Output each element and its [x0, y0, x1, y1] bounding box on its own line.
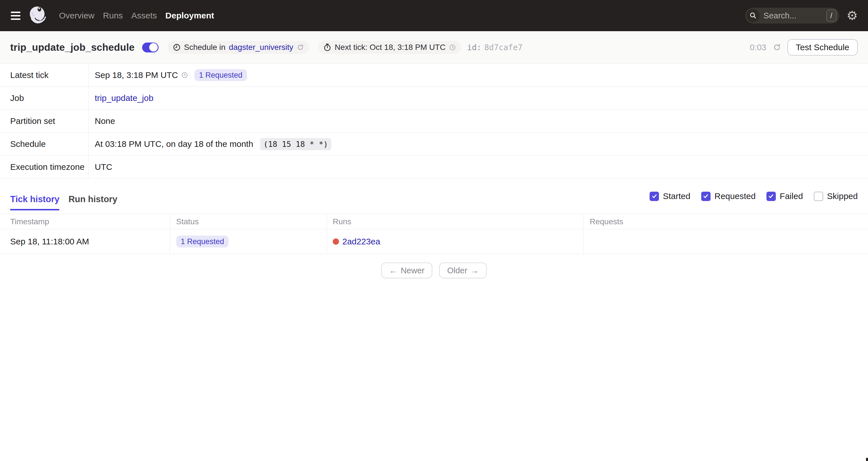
filter-skipped[interactable]: Skipped	[814, 191, 858, 201]
newer-button[interactable]: ← Newer	[381, 263, 433, 278]
reload-location-icon[interactable]	[297, 44, 304, 51]
detail-row-execution-timezone: Execution timezone UTC	[0, 156, 868, 178]
next-tick-text: Next tick: Oct 18, 3:18 PM UTC	[335, 43, 446, 52]
search-input[interactable]	[760, 11, 826, 21]
filter-label: Failed	[780, 191, 803, 201]
table-row: Sep 18, 11:18:00 AM 1 Requested 2ad223ea	[0, 229, 868, 254]
cron-expression-chip: (18 15 18 * *)	[260, 138, 332, 150]
toggle-knob	[149, 43, 158, 52]
filter-requested[interactable]: Requested	[701, 191, 756, 201]
tick-history-table: Timestamp Status Runs Requests Sep 18, 1…	[0, 214, 868, 254]
detail-row-job: Job trip_update_job	[0, 87, 868, 110]
pagination: ← Newer Older →	[0, 263, 868, 278]
history-tabs: Tick history Run history	[10, 194, 118, 210]
run-status-dot-failed	[333, 238, 339, 245]
id-value: 8d7cafe7	[484, 43, 523, 52]
search-shortcut-badge: /	[826, 9, 837, 22]
checkbox-failed[interactable]	[767, 192, 776, 201]
older-button[interactable]: Older →	[439, 263, 487, 278]
column-header-runs: Runs	[327, 214, 583, 229]
dagster-logo[interactable]	[28, 6, 47, 26]
nav-item-runs[interactable]: Runs	[103, 11, 123, 21]
detail-label: Schedule	[0, 133, 89, 155]
corner-artifact	[866, 458, 868, 461]
next-tick-pill: Next tick: Oct 18, 3:18 PM UTC	[318, 41, 461, 54]
refresh-countdown: 0:03	[750, 42, 766, 52]
page-header: trip_update_job_schedule Schedule in dag…	[0, 31, 868, 64]
checkbox-requested[interactable]	[701, 192, 711, 201]
detail-row-schedule: Schedule At 03:18 PM UTC, on day 18 of t…	[0, 133, 868, 156]
search-bar[interactable]: /	[745, 8, 839, 24]
filter-label: Started	[663, 191, 690, 201]
checkbox-skipped[interactable]	[814, 192, 823, 201]
status-filters: Started Requested Failed Skipped	[650, 191, 858, 201]
tab-run-history[interactable]: Run history	[68, 194, 117, 210]
column-header-timestamp: Timestamp	[0, 214, 169, 229]
tick-status-badge[interactable]: 1 Requested	[176, 236, 229, 248]
detail-label: Execution timezone	[0, 156, 89, 178]
filter-label: Skipped	[827, 191, 858, 201]
history-tabs-row: Tick history Run history Started Request…	[0, 178, 868, 214]
timezone-clock-icon[interactable]	[181, 72, 188, 78]
column-header-status: Status	[169, 214, 327, 229]
newer-label: Newer	[401, 266, 425, 275]
settings-gear-icon[interactable]: ⚙	[847, 9, 858, 22]
filter-failed[interactable]: Failed	[767, 191, 803, 201]
schedule-location-pill: Schedule in dagster_university	[168, 41, 309, 54]
checkbox-started[interactable]	[650, 192, 659, 201]
detail-label: Latest tick	[0, 64, 89, 87]
stopwatch-icon	[323, 43, 331, 51]
requested-count-badge[interactable]: 1 Requested	[194, 69, 247, 81]
tab-tick-history[interactable]: Tick history	[10, 194, 59, 210]
tick-status-cell: 1 Requested	[169, 229, 327, 254]
filter-started[interactable]: Started	[650, 191, 690, 201]
refresh-icon[interactable]	[773, 43, 781, 52]
nav-item-assets[interactable]: Assets	[131, 11, 157, 21]
main-nav: Overview Runs Assets Deployment	[59, 11, 214, 21]
schedule-details: Latest tick Sep 18, 3:18 PM UTC 1 Reques…	[0, 64, 868, 178]
top-nav: Overview Runs Assets Deployment / ⚙	[0, 0, 868, 31]
search-icon	[747, 9, 760, 22]
run-id-link[interactable]: 2ad223ea	[342, 237, 380, 246]
id-label: id:	[467, 43, 482, 52]
code-location-link[interactable]: dagster_university	[229, 43, 293, 52]
filter-label: Requested	[715, 191, 756, 201]
tick-timestamp-cell: Sep 18, 11:18:00 AM	[0, 229, 169, 254]
menu-icon[interactable]	[11, 12, 21, 20]
schedule-id: id:8d7cafe7	[467, 43, 523, 52]
detail-label: Job	[0, 87, 89, 109]
nav-item-overview[interactable]: Overview	[59, 11, 94, 21]
tick-runs-cell: 2ad223ea	[327, 229, 583, 254]
page-title: trip_update_job_schedule	[10, 42, 135, 53]
tick-requests-cell	[583, 229, 868, 254]
detail-row-latest-tick: Latest tick Sep 18, 3:18 PM UTC 1 Reques…	[0, 64, 868, 87]
execution-timezone-value: UTC	[95, 162, 112, 172]
nav-item-deployment[interactable]: Deployment	[165, 11, 214, 21]
timezone-clock-icon[interactable]	[449, 44, 456, 51]
detail-label: Partition set	[0, 110, 89, 132]
schedule-description: At 03:18 PM UTC, on day 18 of the month	[95, 139, 253, 149]
table-header: Timestamp Status Runs Requests	[0, 214, 868, 229]
schedule-toggle[interactable]	[142, 42, 159, 53]
arrow-right-icon: →	[471, 266, 479, 275]
arrow-left-icon: ←	[389, 266, 397, 275]
job-link[interactable]: trip_update_job	[95, 93, 153, 103]
partition-set-value: None	[95, 116, 115, 126]
latest-tick-timestamp: Sep 18, 3:18 PM UTC	[95, 70, 178, 80]
older-label: Older	[447, 266, 467, 275]
detail-row-partition-set: Partition set None	[0, 110, 868, 133]
column-header-requests: Requests	[583, 214, 868, 229]
test-schedule-button[interactable]: Test Schedule	[787, 39, 858, 56]
schedule-in-text: Schedule in	[184, 43, 225, 52]
clock-icon	[173, 43, 181, 51]
